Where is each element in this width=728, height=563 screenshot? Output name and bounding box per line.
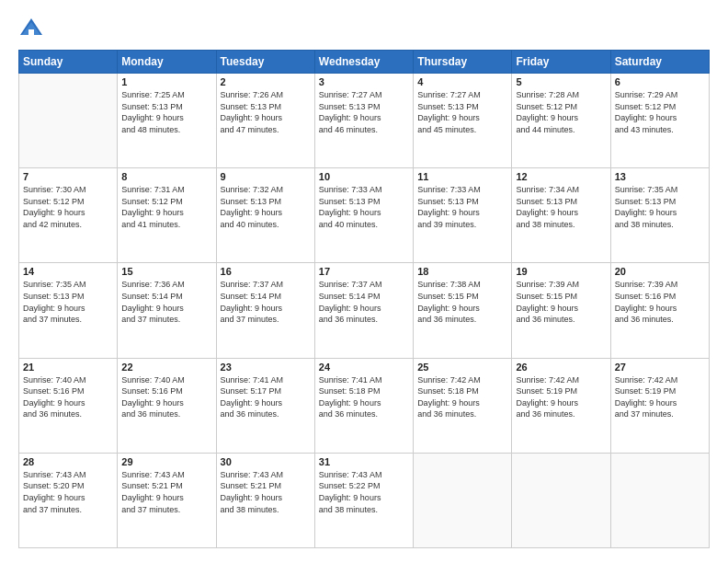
- day-number: 5: [516, 76, 606, 87]
- calendar-body: 1Sunrise: 7:25 AMSunset: 5:13 PMDaylight…: [19, 74, 710, 548]
- day-number: 14: [23, 266, 113, 277]
- calendar-cell: 11Sunrise: 7:33 AMSunset: 5:13 PMDayligh…: [414, 168, 512, 263]
- day-number: 13: [615, 171, 705, 182]
- calendar-cell: 2Sunrise: 7:26 AMSunset: 5:13 PMDaylight…: [216, 74, 314, 168]
- weekday-header-monday: Monday: [118, 51, 216, 74]
- calendar-cell: 1Sunrise: 7:25 AMSunset: 5:13 PMDaylight…: [118, 74, 216, 168]
- calendar-cell: 16Sunrise: 7:37 AMSunset: 5:14 PMDayligh…: [216, 263, 314, 358]
- weekday-header-friday: Friday: [512, 51, 610, 74]
- day-info: Sunrise: 7:43 AMSunset: 5:20 PMDaylight:…: [23, 469, 113, 515]
- day-number: 2: [221, 76, 311, 87]
- day-info: Sunrise: 7:38 AMSunset: 5:15 PMDaylight:…: [417, 279, 507, 325]
- day-number: 12: [516, 171, 606, 182]
- day-info: Sunrise: 7:39 AMSunset: 5:15 PMDaylight:…: [516, 279, 606, 325]
- calendar-cell: 28Sunrise: 7:43 AMSunset: 5:20 PMDayligh…: [19, 453, 118, 547]
- calendar-week-3: 14Sunrise: 7:35 AMSunset: 5:13 PMDayligh…: [19, 263, 710, 358]
- day-number: 3: [319, 76, 409, 87]
- calendar-cell: 3Sunrise: 7:27 AMSunset: 5:13 PMDaylight…: [314, 74, 413, 168]
- day-info: Sunrise: 7:40 AMSunset: 5:16 PMDaylight:…: [23, 374, 113, 420]
- calendar-cell: 17Sunrise: 7:37 AMSunset: 5:14 PMDayligh…: [314, 263, 413, 358]
- day-number: 7: [23, 171, 113, 182]
- calendar-cell: 24Sunrise: 7:41 AMSunset: 5:18 PMDayligh…: [314, 358, 413, 453]
- day-number: 8: [121, 171, 211, 182]
- calendar-cell: 31Sunrise: 7:43 AMSunset: 5:22 PMDayligh…: [314, 453, 413, 547]
- day-number: 28: [23, 456, 113, 467]
- day-info: Sunrise: 7:34 AMSunset: 5:13 PMDaylight:…: [516, 184, 606, 230]
- calendar-week-5: 28Sunrise: 7:43 AMSunset: 5:20 PMDayligh…: [19, 453, 710, 547]
- day-info: Sunrise: 7:41 AMSunset: 5:17 PMDaylight:…: [221, 374, 311, 420]
- calendar-cell: 29Sunrise: 7:43 AMSunset: 5:21 PMDayligh…: [118, 453, 216, 547]
- calendar-header: SundayMondayTuesdayWednesdayThursdayFrid…: [19, 51, 710, 74]
- day-number: 16: [221, 266, 311, 277]
- day-number: 31: [319, 456, 409, 467]
- calendar-cell: 5Sunrise: 7:28 AMSunset: 5:12 PMDaylight…: [512, 74, 610, 168]
- weekday-header-thursday: Thursday: [414, 51, 512, 74]
- calendar-cell: 15Sunrise: 7:36 AMSunset: 5:14 PMDayligh…: [118, 263, 216, 358]
- day-info: Sunrise: 7:32 AMSunset: 5:13 PMDaylight:…: [221, 184, 311, 230]
- day-number: 11: [417, 171, 507, 182]
- day-info: Sunrise: 7:41 AMSunset: 5:18 PMDaylight:…: [319, 374, 409, 420]
- day-info: Sunrise: 7:31 AMSunset: 5:12 PMDaylight:…: [121, 184, 211, 230]
- day-number: 20: [615, 266, 705, 277]
- day-info: Sunrise: 7:33 AMSunset: 5:13 PMDaylight:…: [417, 184, 507, 230]
- day-number: 18: [417, 266, 507, 277]
- calendar-table: SundayMondayTuesdayWednesdayThursdayFrid…: [18, 50, 710, 548]
- day-info: Sunrise: 7:37 AMSunset: 5:14 PMDaylight:…: [221, 279, 311, 325]
- logo-icon: [18, 15, 44, 40]
- calendar-cell: 6Sunrise: 7:29 AMSunset: 5:12 PMDaylight…: [610, 74, 709, 168]
- day-number: 15: [121, 266, 211, 277]
- calendar-cell: 26Sunrise: 7:42 AMSunset: 5:19 PMDayligh…: [512, 358, 610, 453]
- calendar-cell: [19, 74, 118, 168]
- day-number: 4: [417, 76, 507, 87]
- day-info: Sunrise: 7:28 AMSunset: 5:12 PMDaylight:…: [516, 89, 606, 135]
- calendar-cell: 8Sunrise: 7:31 AMSunset: 5:12 PMDaylight…: [118, 168, 216, 263]
- day-info: Sunrise: 7:29 AMSunset: 5:12 PMDaylight:…: [615, 89, 705, 135]
- day-info: Sunrise: 7:37 AMSunset: 5:14 PMDaylight:…: [319, 279, 409, 325]
- calendar-cell: 23Sunrise: 7:41 AMSunset: 5:17 PMDayligh…: [216, 358, 314, 453]
- calendar-cell: 18Sunrise: 7:38 AMSunset: 5:15 PMDayligh…: [414, 263, 512, 358]
- calendar-cell: [414, 453, 512, 547]
- day-number: 9: [221, 171, 311, 182]
- weekday-header-saturday: Saturday: [610, 51, 709, 74]
- day-number: 23: [221, 362, 311, 373]
- page: SundayMondayTuesdayWednesdayThursdayFrid…: [0, 0, 728, 563]
- calendar-cell: 30Sunrise: 7:43 AMSunset: 5:21 PMDayligh…: [216, 453, 314, 547]
- day-info: Sunrise: 7:43 AMSunset: 5:21 PMDaylight:…: [221, 469, 311, 515]
- day-number: 30: [221, 456, 311, 467]
- day-info: Sunrise: 7:35 AMSunset: 5:13 PMDaylight:…: [615, 184, 705, 230]
- day-info: Sunrise: 7:40 AMSunset: 5:16 PMDaylight:…: [121, 374, 211, 420]
- calendar-cell: 19Sunrise: 7:39 AMSunset: 5:15 PMDayligh…: [512, 263, 610, 358]
- header: [18, 15, 710, 40]
- day-number: 1: [121, 76, 211, 87]
- day-number: 19: [516, 266, 606, 277]
- calendar-cell: 7Sunrise: 7:30 AMSunset: 5:12 PMDaylight…: [19, 168, 118, 263]
- logo: [18, 15, 48, 40]
- calendar-cell: 20Sunrise: 7:39 AMSunset: 5:16 PMDayligh…: [610, 263, 709, 358]
- calendar-cell: 9Sunrise: 7:32 AMSunset: 5:13 PMDaylight…: [216, 168, 314, 263]
- day-number: 17: [319, 266, 409, 277]
- calendar-cell: 27Sunrise: 7:42 AMSunset: 5:19 PMDayligh…: [610, 358, 709, 453]
- calendar-cell: [512, 453, 610, 547]
- day-info: Sunrise: 7:30 AMSunset: 5:12 PMDaylight:…: [23, 184, 113, 230]
- calendar-cell: 22Sunrise: 7:40 AMSunset: 5:16 PMDayligh…: [118, 358, 216, 453]
- day-info: Sunrise: 7:42 AMSunset: 5:19 PMDaylight:…: [615, 374, 705, 420]
- svg-rect-2: [28, 29, 34, 35]
- calendar-cell: [610, 453, 709, 547]
- calendar-week-1: 1Sunrise: 7:25 AMSunset: 5:13 PMDaylight…: [19, 74, 710, 168]
- calendar-cell: 21Sunrise: 7:40 AMSunset: 5:16 PMDayligh…: [19, 358, 118, 453]
- weekday-header-wednesday: Wednesday: [314, 51, 413, 74]
- day-info: Sunrise: 7:35 AMSunset: 5:13 PMDaylight:…: [23, 279, 113, 325]
- day-info: Sunrise: 7:25 AMSunset: 5:13 PMDaylight:…: [121, 89, 211, 135]
- day-number: 24: [319, 362, 409, 373]
- day-info: Sunrise: 7:33 AMSunset: 5:13 PMDaylight:…: [319, 184, 409, 230]
- day-number: 10: [319, 171, 409, 182]
- calendar-cell: 10Sunrise: 7:33 AMSunset: 5:13 PMDayligh…: [314, 168, 413, 263]
- calendar-week-4: 21Sunrise: 7:40 AMSunset: 5:16 PMDayligh…: [19, 358, 710, 453]
- day-number: 29: [121, 456, 211, 467]
- weekday-header-tuesday: Tuesday: [216, 51, 314, 74]
- calendar-cell: 14Sunrise: 7:35 AMSunset: 5:13 PMDayligh…: [19, 263, 118, 358]
- day-number: 22: [121, 362, 211, 373]
- day-info: Sunrise: 7:27 AMSunset: 5:13 PMDaylight:…: [417, 89, 507, 135]
- weekday-header-sunday: Sunday: [19, 51, 118, 74]
- weekday-row: SundayMondayTuesdayWednesdayThursdayFrid…: [19, 51, 710, 74]
